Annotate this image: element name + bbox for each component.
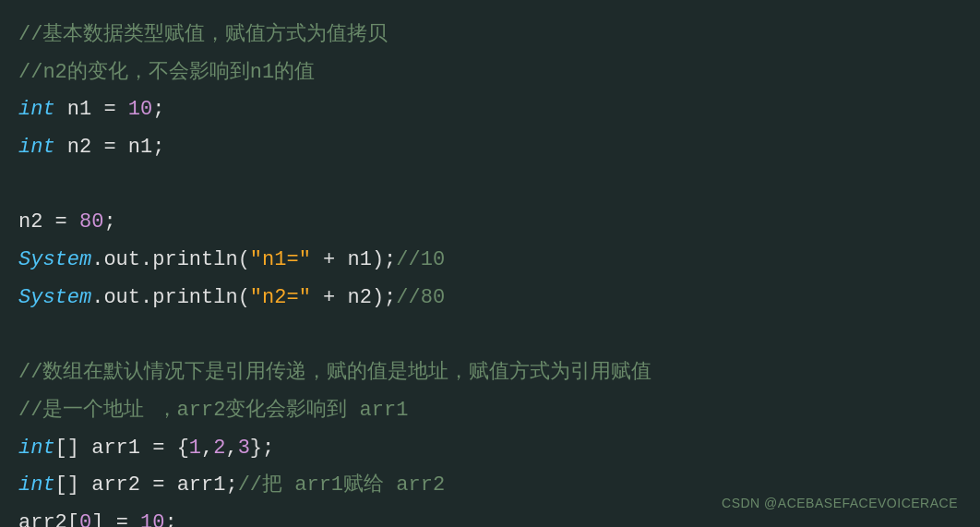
code-line-12: int[] arr1 = {1,2,3}; [18,430,962,468]
code-line-8: System.out.println("n2=" + n2);//80 [18,280,962,317]
code-line-11: //是一个地址 ，arr2变化会影响到 arr1 [18,392,962,430]
code-line-4: int n2 = n1; [18,129,962,167]
code-line-5 [18,167,962,205]
code-line-10: //数组在默认情况下是引用传递，赋的值是地址，赋值方式为引用赋值 [18,354,962,392]
code-line-1: //基本数据类型赋值，赋值方式为值拷贝 [18,17,962,54]
code-line-7: System.out.println("n1=" + n1);//10 [18,242,962,280]
code-line-6: n2 = 80; [18,204,962,242]
code-line-3: int n1 = 10; [18,91,962,129]
code-editor: //基本数据类型赋值，赋值方式为值拷贝 //n2的变化，不会影响到n1的值 in… [0,0,980,527]
watermark: CSDN @ACEBASEFACEVOICERACE [722,496,958,510]
code-line-2: //n2的变化，不会影响到n1的值 [18,54,962,92]
code-line-9 [18,317,962,355]
